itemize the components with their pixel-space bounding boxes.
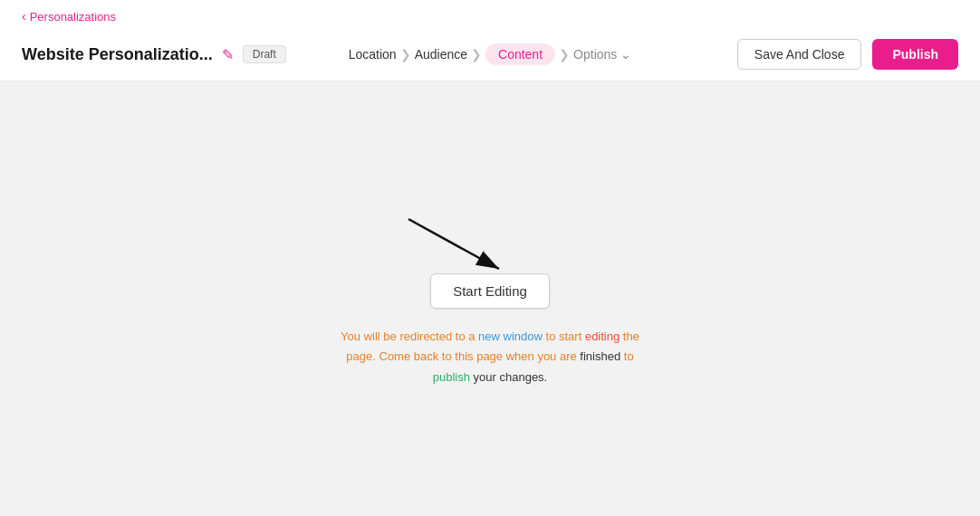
header-top: ‹ Personalizations: [22, 0, 958, 24]
page-title: Website Personalizatio...: [22, 45, 213, 64]
chevron-left-icon: ‹: [22, 9, 26, 24]
back-link[interactable]: ‹ Personalizations: [22, 9, 116, 24]
header-nav: Location ❯ Audience ❯ Content ❯ Options …: [349, 43, 632, 65]
redirect-text-finished: finished: [580, 349, 620, 363]
nav-audience-label[interactable]: Audience: [415, 47, 467, 62]
redirect-text-you-will: You will be redirected to a: [341, 330, 478, 343]
arrow-svg: [390, 210, 572, 282]
publish-button[interactable]: Publish: [872, 39, 958, 70]
svg-line-1: [408, 219, 499, 269]
draft-badge: Draft: [243, 45, 286, 63]
content-area: Start Editing You will be redirected to …: [341, 210, 639, 387]
redirect-text-changes: your changes.: [470, 370, 547, 384]
nav-content-label[interactable]: Content: [485, 43, 555, 65]
redirect-text-to: to: [620, 349, 633, 363]
header-bottom: Website Personalizatio... ✎ Draft Locati…: [22, 39, 958, 81]
options-button[interactable]: Options ⌄: [573, 47, 631, 62]
page-header: ‹ Personalizations Website Personalizati…: [0, 0, 980, 81]
nav-chevron-1: ❯: [400, 47, 411, 62]
header-actions: Save And Close Publish: [737, 39, 958, 70]
edit-icon[interactable]: ✎: [222, 46, 234, 63]
nav-step-location: Location: [349, 47, 397, 62]
nav-step-options: Options ⌄: [573, 47, 631, 62]
redirect-text: You will be redirected to a new window t…: [341, 327, 639, 387]
redirect-text-new-window: new window: [478, 330, 543, 343]
redirect-text-to-start: to start: [543, 330, 585, 343]
redirect-text-editing: editing: [585, 330, 620, 343]
back-link-label: Personalizations: [30, 10, 116, 24]
nav-step-content: Content: [485, 43, 555, 65]
main-content: Start Editing You will be redirected to …: [0, 81, 980, 516]
arrow-area: [354, 210, 626, 282]
nav-location-label[interactable]: Location: [349, 47, 397, 62]
nav-chevron-2: ❯: [471, 47, 482, 62]
header-left: Website Personalizatio... ✎ Draft: [22, 45, 286, 64]
nav-chevron-3: ❯: [559, 47, 570, 62]
redirect-text-publish: publish: [433, 370, 470, 384]
options-label: Options: [573, 47, 617, 62]
nav-step-audience: Audience: [415, 47, 467, 62]
chevron-down-icon: ⌄: [620, 47, 631, 62]
save-close-button[interactable]: Save And Close: [737, 39, 862, 70]
